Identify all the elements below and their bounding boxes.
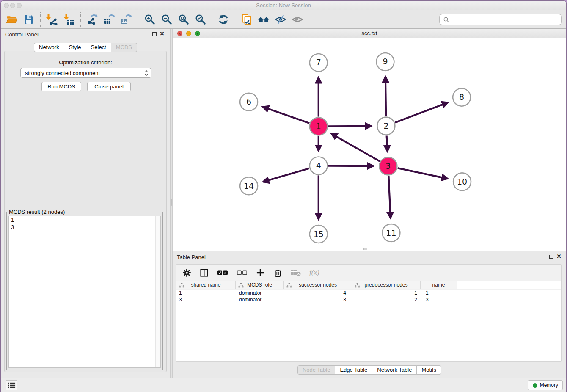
export-image-button[interactable] [118, 11, 135, 28]
copy-network-icon [241, 14, 253, 25]
graph-node-4[interactable]: 4 [310, 157, 328, 174]
hide-selected-button[interactable] [272, 11, 289, 28]
column-header-shared-name[interactable]: shared name [176, 281, 236, 289]
eye-icon [292, 14, 303, 25]
table-cell[interactable]: 2 [352, 296, 421, 303]
select-all-button[interactable] [217, 269, 228, 276]
close-panel-icon[interactable]: ✕ [159, 30, 165, 37]
graph-node-15[interactable]: 15 [310, 225, 328, 243]
graph-node-14[interactable]: 14 [240, 177, 258, 195]
graph-node-11[interactable]: 11 [382, 224, 400, 242]
delete-column-button[interactable] [273, 268, 282, 277]
show-selected-button[interactable] [289, 11, 306, 28]
graph-edge-1-2[interactable] [328, 126, 372, 127]
tab-network-table[interactable]: Network Table [372, 365, 417, 375]
zoom-fit-icon [177, 14, 189, 25]
home-icon [258, 14, 270, 25]
tab-motifs[interactable]: Motifs [416, 365, 441, 375]
column-header-name[interactable]: name [421, 281, 457, 289]
import-table-button[interactable] [61, 11, 77, 28]
toolbar-separator [80, 12, 81, 27]
table-cell[interactable]: 1 [352, 290, 421, 296]
close-panel-button[interactable]: Close panel [87, 82, 131, 91]
table-cell[interactable]: 3 [284, 296, 352, 303]
tab-network[interactable]: Network [34, 43, 64, 52]
import-network-button[interactable] [44, 11, 61, 28]
graph-edge-2-3[interactable] [387, 136, 388, 152]
graph-node-8[interactable]: 8 [453, 88, 471, 106]
delete-table-button[interactable] [291, 269, 301, 276]
apply-layout-button[interactable] [215, 11, 232, 28]
unselect-all-button[interactable] [237, 269, 248, 276]
tab-style[interactable]: Style [64, 43, 86, 52]
graph-edge-3-11[interactable] [388, 176, 390, 218]
column-header-label: name [432, 282, 445, 288]
table-cell[interactable]: dominator [236, 290, 284, 296]
table-cell[interactable]: 3 [176, 296, 236, 303]
table-cell[interactable]: dominator [236, 296, 284, 303]
zoom-in-button[interactable] [141, 11, 158, 28]
close-table-panel-icon[interactable]: ✕ [556, 253, 562, 259]
export-table-button[interactable] [101, 11, 118, 28]
graph-node-7[interactable]: 7 [310, 54, 328, 72]
save-session-button[interactable] [20, 11, 37, 28]
graph-node-label: 11 [386, 228, 396, 237]
tab-select[interactable]: Select [86, 43, 111, 52]
mcds-result-list[interactable]: 13 [8, 216, 161, 368]
column-header-predecessor-nodes[interactable]: predecessor nodes [352, 281, 421, 289]
memory-button[interactable]: Memory [528, 380, 563, 390]
network-window: × − + scc.txt 7968124314101511 [173, 29, 566, 251]
graph-node-2[interactable]: 2 [377, 117, 395, 135]
graph-node-10[interactable]: 10 [453, 173, 471, 190]
add-column-button[interactable] [256, 268, 265, 277]
table-row[interactable]: 3dominator323 [176, 296, 561, 303]
table-cell[interactable]: 1 [421, 290, 457, 296]
graph-edge-2-9[interactable] [385, 77, 386, 116]
table-cell[interactable]: 3 [421, 296, 457, 303]
zoom-out-button[interactable] [158, 11, 175, 28]
network-resize-handle[interactable] [363, 248, 367, 250]
tab-edge-table[interactable]: Edge Table [335, 365, 372, 375]
tab-node-table[interactable]: Node Table [297, 365, 336, 375]
graph-node-9[interactable]: 9 [376, 53, 394, 71]
graph-edge-1-6[interactable] [263, 107, 309, 123]
column-header-MCDS-role[interactable]: MCDS role [236, 281, 284, 289]
table-row[interactable]: 1dominator411 [176, 290, 561, 296]
criterion-dropdown[interactable]: strongly connected component [20, 68, 151, 78]
float-table-panel-icon[interactable] [549, 255, 553, 259]
hierarchy-icon [355, 283, 360, 288]
graph-node-3[interactable]: 3 [379, 157, 397, 175]
zoom-fit-button[interactable] [175, 11, 192, 28]
toolbar-separator [138, 12, 138, 27]
export-network-button[interactable] [84, 11, 101, 28]
graph-node-6[interactable]: 6 [240, 93, 258, 111]
export-network-icon [86, 14, 98, 25]
graph-edge-3-10[interactable] [398, 168, 448, 179]
table-cell[interactable]: 1 [176, 290, 236, 296]
float-panel-icon[interactable] [152, 32, 157, 36]
tab-mcds[interactable]: MCDS [111, 43, 137, 52]
table-settings-button[interactable] [182, 268, 191, 277]
zoom-selected-icon [194, 14, 206, 25]
network-canvas[interactable]: 7968124314101511 [173, 38, 566, 251]
result-scrollbar[interactable] [155, 216, 160, 367]
show-all-nodes-button[interactable] [255, 11, 272, 28]
column-header-successor-nodes[interactable]: successor nodes [284, 281, 352, 289]
task-history-button[interactable] [6, 380, 17, 390]
graph-edge-2-8[interactable] [395, 102, 448, 122]
show-columns-button[interactable] [200, 268, 209, 277]
graph-node-1[interactable]: 1 [310, 118, 328, 135]
function-builder-button[interactable]: f(x) [309, 268, 319, 277]
run-mcds-button[interactable]: Run MCDS [41, 82, 81, 91]
folder-open-icon [6, 14, 18, 25]
open-session-button[interactable] [3, 11, 20, 28]
zoom-selected-button[interactable] [192, 11, 209, 28]
search-input[interactable] [452, 17, 558, 23]
mcds-result-title: MCDS result (2 nodes) [8, 209, 66, 215]
graph-edge-4-14[interactable] [263, 168, 309, 182]
splitter-handle[interactable] [171, 199, 172, 206]
graph-edge-4-3[interactable] [328, 166, 374, 166]
graph-edge-3-1[interactable] [331, 134, 380, 161]
duplicate-network-button[interactable] [238, 11, 255, 28]
table-cell[interactable]: 4 [284, 290, 352, 296]
